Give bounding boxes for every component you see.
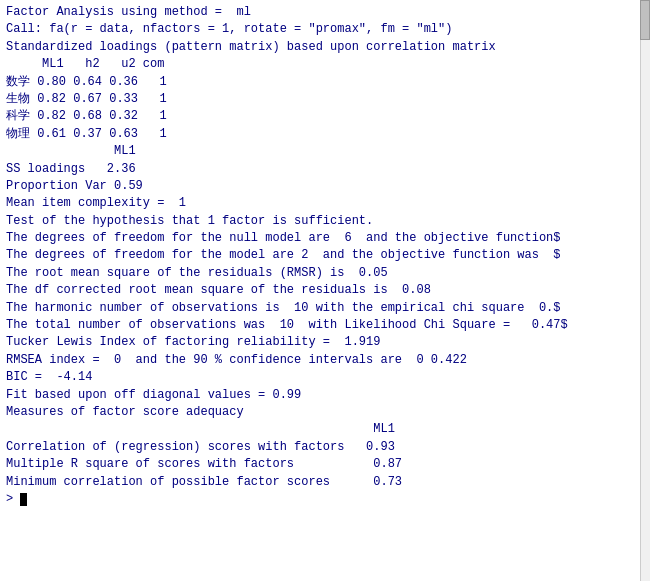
console-line: Factor Analysis using method = ml — [6, 4, 634, 21]
console-line: Call: fa(r = data, nfactors = 1, rotate … — [6, 21, 634, 38]
console-line: Tucker Lewis Index of factoring reliabil… — [6, 334, 634, 351]
console-line: ML1 h2 u2 com — [6, 56, 634, 73]
console-line: 生物 0.82 0.67 0.33 1 — [6, 91, 634, 108]
console-line: The degrees of freedom for the null mode… — [6, 230, 634, 247]
console-line: Test of the hypothesis that 1 factor is … — [6, 213, 634, 230]
console-line: Multiple R square of scores with factors… — [6, 456, 634, 473]
console-line: The root mean square of the residuals (R… — [6, 265, 634, 282]
console-line: Minimum correlation of possible factor s… — [6, 474, 634, 491]
console-line: 物理 0.61 0.37 0.63 1 — [6, 126, 634, 143]
console-line: The harmonic number of observations is 1… — [6, 300, 634, 317]
console-line: > — [6, 491, 634, 508]
console-line: The degrees of freedom for the model are… — [6, 247, 634, 264]
console-line: Standardized loadings (pattern matrix) b… — [6, 39, 634, 56]
console-line: Correlation of (regression) scores with … — [6, 439, 634, 456]
console-line: Fit based upon off diagonal values = 0.9… — [6, 387, 634, 404]
console-line: The df corrected root mean square of the… — [6, 282, 634, 299]
console-line: RMSEA index = 0 and the 90 % confidence … — [6, 352, 634, 369]
console-line: Measures of factor score adequacy — [6, 404, 634, 421]
cursor — [20, 493, 27, 506]
console-line: Proportion Var 0.59 — [6, 178, 634, 195]
console-line: SS loadings 2.36 — [6, 161, 634, 178]
console-line: BIC = -4.14 — [6, 369, 634, 386]
console-line: ML1 — [6, 143, 634, 160]
console-line: ML1 — [6, 421, 634, 438]
scrollbar-thumb[interactable] — [640, 0, 650, 40]
scrollbar[interactable] — [640, 0, 650, 581]
console-line: Mean item complexity = 1 — [6, 195, 634, 212]
console-line: 数学 0.80 0.64 0.36 1 — [6, 74, 634, 91]
console-line: The total number of observations was 10 … — [6, 317, 634, 334]
console-line: 科学 0.82 0.68 0.32 1 — [6, 108, 634, 125]
console-output: Factor Analysis using method = mlCall: f… — [0, 0, 640, 581]
